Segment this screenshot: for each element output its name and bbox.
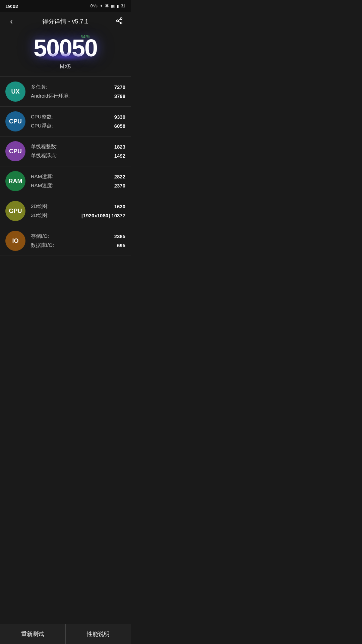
bench-details-1: CPU整数:9330CPU浮点:6058 [31,112,125,130]
bench-value-0-1: 3798 [114,93,125,99]
bench-value-0-0: 7270 [114,84,125,90]
bench-item-0-0: 多任务:7270 [31,83,125,92]
back-button[interactable]: ‹ [5,17,17,26]
bench-item-5-1: 数据库I/O:695 [31,241,125,250]
bench-item-3-0: RAM运算:2822 [31,172,125,181]
performance-button[interactable]: 性能说明 [66,624,131,644]
bench-value-4-0: 1630 [114,204,125,209]
bench-icon-4: GPU [5,201,25,221]
total-score: 50050 [34,34,97,62]
bench-label-0-1: Android运行环境: [31,93,70,99]
svg-line-3 [118,21,120,22]
retest-button[interactable]: 重新测试 [0,624,66,644]
bench-value-5-1: 695 [117,243,125,248]
app-bar: ‹ 得分详情 - v5.7.1 [0,12,131,31]
bench-value-2-1: 1492 [114,153,125,159]
bench-label-3-0: RAM运算: [31,173,54,180]
share-button[interactable] [113,17,125,26]
bench-icon-1: CPU [5,111,25,131]
bench-item-2-0: 单线程整数:1823 [31,142,125,151]
bench-label-1-1: CPU浮点: [31,123,53,129]
bench-value-5-0: 2385 [114,233,125,239]
bench-icon-5: IO [5,231,25,251]
bench-row-5: IO存储I/O:2385数据库I/O:695 [0,226,131,256]
bench-value-3-0: 2822 [114,174,125,179]
bench-details-0: 多任务:7270Android运行环境:3798 [31,83,125,101]
signal-icon: ▦ [111,4,115,8]
bench-label-4-0: 2D绘图: [31,203,49,210]
bench-item-2-1: 单线程浮点:1492 [31,151,125,160]
bench-item-1-0: CPU整数:9330 [31,112,125,121]
bench-item-5-0: 存储I/O:2385 [31,232,125,241]
network-speed: 0ᴷ/s [90,4,98,8]
device-name: MX5 [60,64,71,70]
bench-details-2: 单线程整数:1823单线程浮点:1492 [31,142,125,160]
bench-item-3-1: RAM速度:2370 [31,181,125,190]
bench-label-5-0: 存储I/O: [31,233,49,239]
svg-line-4 [118,19,120,20]
bench-label-2-1: 单线程浮点: [31,153,57,159]
status-time: 19:02 [5,3,18,9]
battery-level: 31 [121,4,125,8]
bench-row-3: RAMRAM运算:2822RAM速度:2370 [0,166,131,196]
bench-row-2: CPU单线程整数:1823单线程浮点:1492 [0,137,131,166]
app-bar-title: 得分详情 - v5.7.1 [42,17,88,25]
bench-icon-3: RAM [5,171,25,191]
bench-value-1-0: 9330 [114,114,125,120]
bench-item-0-1: Android运行环境:3798 [31,92,125,101]
bench-row-1: CPUCPU整数:9330CPU浮点:6058 [0,107,131,137]
bench-item-4-1: 3D绘图:[644x362] 10377 [31,211,125,220]
bench-label-0-0: 多任务: [31,84,47,90]
bench-row-0: UX多任务:7270Android运行环境:3798 [0,77,131,107]
bench-icon-0: UX [5,82,25,102]
bench-value-2-0: 1823 [114,144,125,150]
bench-details-4: 2D绘图:16303D绘图:[644x362] 10377 [31,202,125,220]
status-bar: 19:02 0ᴷ/s ✦ ⌘ ▦ ▮ 31 [0,0,131,12]
bench-icon-2: CPU [5,141,25,161]
bluetooth-icon: ✦ [100,4,103,8]
bench-value-4-1: [644x362] 10377 [81,213,125,218]
bench-details-3: RAM运算:2822RAM速度:2370 [31,172,125,190]
score-section: 64Bit 50050 MX5 [0,31,131,76]
bench-label-1-0: CPU整数: [31,114,53,120]
main-content: 64Bit 50050 MX5 UX多任务:7270Android运行环境:37… [0,31,131,279]
benchmark-list: UX多任务:7270Android运行环境:3798CPUCPU整数:9330C… [0,77,131,256]
bench-item-4-0: 2D绘图:1630 [31,202,125,211]
bench-row-4: GPU2D绘图:16303D绘图:[644x362] 10377 [0,196,131,226]
status-right: 0ᴷ/s ✦ ⌘ ▦ ▮ 31 [90,4,125,8]
bench-value-1-1: 6058 [114,123,125,129]
bench-details-5: 存储I/O:2385数据库I/O:695 [31,232,125,250]
bench-label-5-1: 数据库I/O: [31,242,54,249]
wifi-icon: ⌘ [105,4,109,8]
bench-item-1-1: CPU浮点:6058 [31,121,125,130]
bench-label-3-1: RAM速度: [31,182,54,189]
bottom-buttons: 重新测试 性能说明 [0,624,131,644]
bench-label-2-0: 单线程整数: [31,144,57,150]
bench-label-4-1: 3D绘图: [31,212,49,219]
battery-icon: ▮ [117,4,119,8]
bench-value-3-1: 2370 [114,183,125,189]
